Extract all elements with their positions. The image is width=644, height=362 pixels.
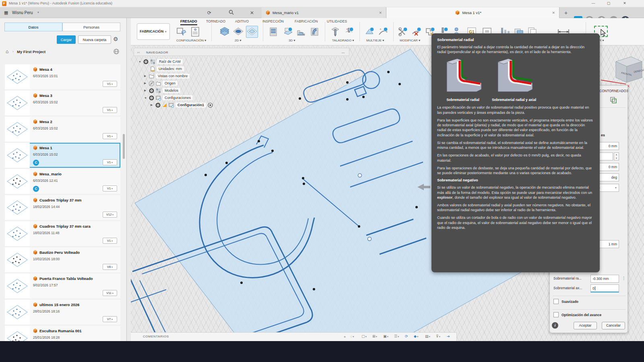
orbit-tool-icon[interactable]: ◌▼ xyxy=(350,334,355,338)
caret-right-icon[interactable]: ▶ xyxy=(144,89,147,92)
tree-label[interactable]: Modelos xyxy=(163,88,180,93)
panel-scrollbar[interactable] xyxy=(123,134,125,159)
project-card[interactable]: Mesa 16/03/2026 15:02V1C xyxy=(5,143,120,168)
project-card[interactable]: Mesa 46/03/2026 15:01V1 xyxy=(5,64,120,89)
workspace-selector-button[interactable]: FABRICACIÓN ▼ xyxy=(137,23,170,40)
group-label-2d[interactable]: 2D ▾ xyxy=(235,39,241,42)
drill-pattern-icon[interactable]: + xyxy=(343,26,355,38)
project-card[interactable]: Mesa_mario6/03/2026 12:41V1C xyxy=(5,169,120,194)
tree-label[interactable]: Configuración1 xyxy=(175,103,206,107)
isolate-icon[interactable]: ◆▼ xyxy=(414,334,419,338)
document-tab-mesa-1[interactable]: Mesa 1 v1* ✕ xyxy=(386,7,559,18)
multiaxis-swarf-icon[interactable] xyxy=(363,26,376,38)
tab-close-icon[interactable]: ✕ xyxy=(373,11,382,15)
cancel-button[interactable]: Cancelar xyxy=(602,322,625,329)
stepper-control[interactable]: ▲▼ xyxy=(614,152,619,160)
navigator-header[interactable]: ‹‹ NAVEGADOR — xyxy=(134,48,349,56)
upload-button[interactable]: Cargar xyxy=(57,35,76,44)
group-label-3d[interactable]: 3D ▾ xyxy=(289,39,295,42)
display-settings-icon[interactable]: ▤▼ xyxy=(425,334,431,338)
3d-adaptive-icon[interactable] xyxy=(268,26,280,38)
filter-icon[interactable]: ⊽▼ xyxy=(436,334,441,338)
trim-toolpath-icon[interactable] xyxy=(397,26,409,38)
tree-node-named-views[interactable]: ▶ Vistas con nombre xyxy=(138,72,213,80)
version-dropdown[interactable]: V1 xyxy=(103,81,117,87)
ribbon-tab-utilidades[interactable]: UTILIDADES xyxy=(327,19,347,23)
project-card[interactable]: Bautizo Peru Volteado10/02/2026 18:00V8 xyxy=(5,247,120,272)
caret-down-icon[interactable]: ▼ xyxy=(144,97,147,99)
group-label-multieje[interactable]: MULTIEJE ▾ xyxy=(366,39,384,42)
ribbon-tab-torneado[interactable]: TORNEADO xyxy=(206,19,225,23)
tab-personas[interactable]: Personas xyxy=(62,23,120,31)
document-tab-mesa-mario[interactable]: Mesa_mario v1 ✕ xyxy=(262,7,386,18)
version-dropdown[interactable]: V1 xyxy=(103,133,117,139)
caret-right-icon[interactable]: ▶ xyxy=(144,74,147,78)
refresh-view-icon[interactable]: ⟳ xyxy=(405,334,408,338)
passes-tab-icon[interactable] xyxy=(610,97,617,103)
version-dropdown[interactable]: V1 xyxy=(103,107,117,113)
tree-node-cam-root[interactable]: ▼ Raíz de CAM xyxy=(138,58,213,65)
caret-right-icon[interactable]: ▶ xyxy=(151,103,154,107)
tree-label[interactable]: Origen xyxy=(163,81,178,86)
accept-button[interactable]: Aceptar xyxy=(574,322,597,329)
eye-hidden-icon[interactable] xyxy=(149,81,154,86)
project-card[interactable]: Cuadros Triplay 37 mm18/02/2026 14:44V12 xyxy=(5,195,120,220)
close-search-icon[interactable]: ✕ xyxy=(249,10,255,16)
new-folder-button[interactable]: Nueva carpeta xyxy=(78,35,111,44)
project-card[interactable]: ultimos 15 enero 202628/01/2026 18:16V7 xyxy=(5,300,120,325)
project-card[interactable]: Escultura Rumania 00125/01/2026 18:28V1 xyxy=(5,326,120,341)
eye-visible-icon[interactable] xyxy=(149,88,154,93)
next-icon[interactable]: ➔ xyxy=(447,334,450,338)
tree-node-units[interactable]: Unidades: mm xyxy=(138,65,213,72)
2d-contour-icon[interactable] xyxy=(232,26,244,38)
globe-icon[interactable] xyxy=(114,49,119,55)
close-button[interactable]: ✕ xyxy=(619,0,630,6)
2d-pocket-icon-selected[interactable] xyxy=(246,26,258,38)
tab-datos[interactable]: Datos xyxy=(4,23,62,31)
version-dropdown[interactable]: V12 xyxy=(103,212,117,218)
breadcrumb[interactable]: My First Project xyxy=(17,49,45,54)
tab-close-icon[interactable]: ✕ xyxy=(546,11,555,15)
new-setup-icon[interactable] xyxy=(175,26,188,38)
project-card[interactable]: Mesa 26/03/2026 15:02V1 xyxy=(5,117,120,142)
maximize-button[interactable]: ▢ xyxy=(603,0,614,6)
version-dropdown[interactable]: V1 xyxy=(103,238,117,244)
group-label-taladrado[interactable]: TALADRADO ▾ xyxy=(332,39,354,42)
tree-label[interactable]: Configuraciones xyxy=(163,95,193,100)
tree-node-configurations[interactable]: ▼ Configuraciones xyxy=(138,94,213,101)
caret-right-icon[interactable]: ▶ xyxy=(144,82,147,85)
minimize-button[interactable]: — xyxy=(588,0,599,6)
comments-bar[interactable]: COMENTARIOS ＋ ◌▼ ▢▼ ⊞▼ ▣▼ ☰▼ ⟳ ◆▼ ▤▼ ⊽▼ … xyxy=(131,332,457,341)
layers-icon[interactable]: ☰▼ xyxy=(394,334,400,338)
3d-steep-icon[interactable] xyxy=(295,26,308,38)
group-label-modificar[interactable]: MODIFICAR ▾ xyxy=(400,39,420,42)
version-dropdown[interactable]: V11 xyxy=(103,290,117,296)
axial-stock-input-focused[interactable]: 0 xyxy=(590,284,619,292)
ribbon-tab-fabricacion[interactable]: FABRICACIÓN xyxy=(295,19,318,23)
tree-label[interactable]: Vistas con nombre xyxy=(156,74,190,78)
tree-node-origin[interactable]: ▶ Origen xyxy=(138,80,213,87)
active-target-icon[interactable] xyxy=(208,103,213,108)
search-icon[interactable] xyxy=(228,10,234,16)
grid-display-icon[interactable]: ⊞▼ xyxy=(372,334,378,338)
view-cube[interactable]: FRONTAL DERECHA X xyxy=(601,57,644,88)
look-at-icon[interactable]: ▢▼ xyxy=(361,334,367,338)
ribbon-tab-aditivo[interactable]: ADITIVO xyxy=(235,19,249,23)
tree-label[interactable]: Raíz de CAM xyxy=(157,59,183,64)
3d-scallop-icon[interactable] xyxy=(309,26,321,38)
team-hub-icon[interactable]: ▦ xyxy=(4,10,8,15)
3d-pocket-icon[interactable] xyxy=(282,26,294,38)
team-name[interactable]: Wisnu Peru xyxy=(12,10,33,15)
tree-node-configuration1[interactable]: ▶ Configuración1 xyxy=(138,101,213,109)
sync-icon[interactable]: ⟳ xyxy=(206,10,213,16)
home-breadcrumb-icon[interactable]: ⌂ xyxy=(6,49,8,54)
feed-optimization-checkbox[interactable] xyxy=(553,312,559,317)
ribbon-tab-fresado[interactable]: FRESADO xyxy=(180,19,197,25)
2d-adaptive-icon[interactable] xyxy=(219,26,231,38)
minimize-palette-icon[interactable]: — xyxy=(342,49,345,56)
kebab-menu-icon[interactable]: ⋮ xyxy=(622,276,626,280)
caret-down-icon[interactable]: ▼ xyxy=(138,60,142,63)
gcode-settings-icon[interactable]: G xyxy=(189,26,201,38)
info-icon[interactable]: i xyxy=(552,322,558,329)
project-card[interactable]: Mesa 36/03/2026 15:02V1 xyxy=(5,90,120,115)
